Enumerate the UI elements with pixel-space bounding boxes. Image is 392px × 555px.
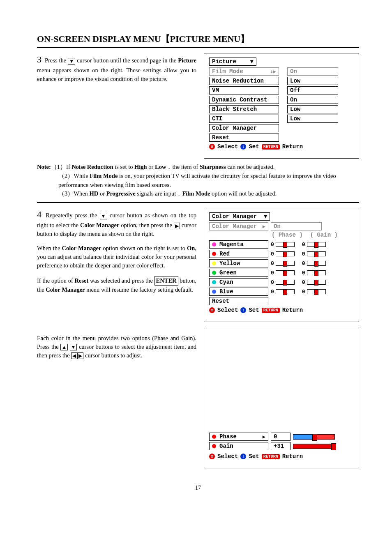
osd2-color-row: Green00 — [209, 269, 354, 277]
color-label: Red — [209, 250, 268, 258]
adjust-value: 0 — [271, 433, 335, 441]
step4-number: 4 — [37, 209, 42, 219]
osd1-item-label: Film Mode⇕▶ — [209, 67, 279, 76]
osd2-color-row: Yellow00 — [209, 259, 354, 267]
osd-color-manager: Color Manager ▼ Color Manager▶ On ( Phas… — [204, 208, 359, 322]
color-label: Magenta — [209, 240, 268, 249]
osd1-item-label: Reset — [209, 134, 279, 142]
osd1-item-label: CTI — [209, 115, 279, 123]
red-dot-icon — [212, 252, 216, 256]
osd1-row: CTILow — [209, 115, 354, 123]
osd2-footer: ⊖Select ↕Set RETURNReturn — [209, 307, 354, 313]
phase-gain-sliders: 00 — [271, 242, 354, 248]
magenta-dot-icon — [212, 242, 216, 246]
step3-text: 3 Press the ▼ cursor button until the se… — [37, 53, 201, 83]
notes-block: Note:（1）If Noise Reduction is set to Hig… — [37, 163, 359, 198]
cursor-right-key: ▶ — [77, 352, 83, 359]
step4-text: 4 Repeatedly press the ▼ cursor button a… — [37, 208, 201, 300]
osd1-row: Film Mode⇕▶On — [209, 67, 354, 76]
osd1-item-label: Noise Reduction — [209, 77, 279, 85]
blue-dot-icon — [212, 290, 216, 294]
osd1-row: Black StretchLow — [209, 105, 354, 113]
set-icon: ↕ — [240, 144, 246, 150]
osd1-item-value: Off — [287, 86, 338, 94]
osd2-color-row: Magenta00 — [209, 240, 354, 249]
return-pill-icon: RETURN — [262, 454, 280, 459]
phase-gain-headers: ( Phase )( Gain ) — [271, 232, 338, 238]
osd1-item-label: Black Stretch — [209, 105, 279, 113]
cursor-down-key: ▼ — [70, 344, 77, 350]
phase-gain-sliders: 00 — [271, 251, 354, 257]
page-title: ON-SCREEN DISPLAY MENU【PICTURE MENU】 — [37, 33, 359, 48]
osd2-subheader: Color Manager▶ — [209, 222, 268, 230]
osd1-item-label: Dynamic Contrast — [209, 96, 279, 104]
osd-phase-gain: Phase▶0Gain+31 ⊖Select ↕Set RETURNReturn — [204, 328, 359, 468]
set-icon: ↕ — [240, 454, 246, 459]
osd1-item-value: On — [287, 67, 338, 76]
osd1-item-value: Low — [287, 105, 338, 113]
osd1-row: Color Manager — [209, 124, 354, 132]
enter-key: ENTER — [154, 276, 178, 286]
yellow-dot-icon — [212, 261, 216, 265]
osd1-row: Dynamic ContrastOn — [209, 96, 354, 104]
color-label: Yellow — [209, 259, 268, 267]
osd3-footer: ⊖Select ↕Set RETURNReturn — [209, 453, 354, 460]
adjust-label: Phase▶ — [209, 433, 268, 441]
cursor-left-key: ◀ — [71, 352, 77, 359]
osd2-reset: Reset — [209, 297, 268, 305]
set-icon: ↕ — [240, 307, 246, 313]
osd1-item-value: Low — [287, 115, 338, 123]
osd1-row: Noise ReductionLow — [209, 77, 354, 85]
select-icon: ⊖ — [209, 454, 215, 459]
page-number: 17 — [37, 485, 359, 491]
osd1-row: VMOff — [209, 86, 354, 94]
osd1-row: Reset — [209, 134, 354, 142]
adjust-value: +31 — [271, 442, 335, 450]
osd1-item-value: On — [287, 96, 338, 104]
osd-picture-menu: Picture ▼ Film Mode⇕▶OnNoise ReductionLo… — [204, 53, 359, 159]
cursor-down-key: ▼ — [100, 213, 107, 219]
cursor-down-key: ▼ — [68, 58, 75, 64]
phase-gain-sliders: 00 — [271, 289, 354, 295]
phase-gain-sliders: 00 — [271, 270, 354, 276]
select-icon: ⊖ — [209, 144, 215, 150]
osd2-color-row: Blue00 — [209, 288, 354, 296]
select-icon: ⊖ — [209, 307, 215, 313]
osd3-row: Gain+31 — [209, 442, 354, 450]
osd2-color-row: Cyan00 — [209, 278, 354, 286]
red-dot-icon — [212, 444, 216, 448]
red-dot-icon — [212, 435, 216, 439]
osd3-row: Phase▶0 — [209, 433, 354, 441]
color-label: Green — [209, 269, 268, 277]
adjust-label: Gain — [209, 442, 268, 450]
phase-gain-text: Each color in the menu provides two opti… — [37, 328, 201, 366]
osd1-item-label: VM — [209, 86, 279, 94]
cursor-up-key: ▲ — [60, 344, 68, 350]
cyan-dot-icon — [212, 280, 216, 284]
return-pill-icon: RETURN — [262, 144, 280, 150]
color-label: Cyan — [209, 278, 268, 286]
green-dot-icon — [212, 271, 216, 275]
osd2-header: Color Manager ▼ — [209, 212, 270, 221]
osd1-header: Picture ▼ — [209, 58, 256, 66]
osd2-subvalue: On — [271, 222, 322, 230]
osd1-footer: ⊖Select ↕Set RETURNReturn — [209, 143, 354, 150]
osd1-item-value: Low — [287, 77, 338, 85]
cursor-right-key: ▶ — [174, 223, 180, 229]
phase-gain-sliders: 00 — [271, 279, 354, 286]
color-label: Blue — [209, 288, 268, 296]
osd1-item-label: Color Manager — [209, 124, 279, 132]
phase-gain-sliders: 00 — [271, 260, 354, 267]
return-pill-icon: RETURN — [262, 308, 280, 313]
step3-number: 3 — [37, 54, 42, 64]
osd2-color-row: Red00 — [209, 250, 354, 258]
